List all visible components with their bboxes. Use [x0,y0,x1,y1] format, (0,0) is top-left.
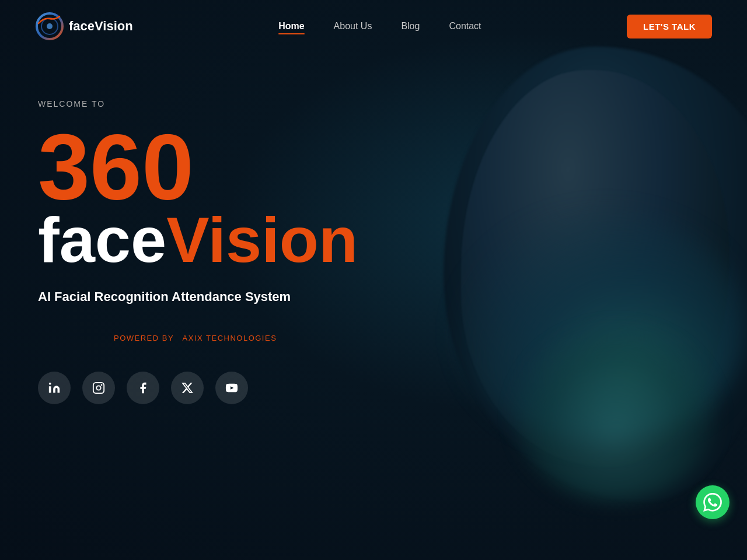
facebook-button[interactable] [127,372,159,404]
hero-subtitle: AI Facial Recognition Attendance System [38,289,747,304]
logo-text: faceVision [69,19,133,34]
svg-point-4 [49,383,51,385]
nav-item-about[interactable]: About Us [334,21,372,32]
powered-by-label: POWERED BY [114,334,174,342]
instagram-icon [92,382,105,394]
social-icons [38,372,747,404]
twitter-x-icon [181,382,194,394]
nav-links: Home About Us Blog Contact [278,21,481,32]
linkedin-icon [48,382,61,394]
hero-brand-name: faceVision [38,208,747,272]
svg-rect-5 [93,383,104,393]
hero-number: 360 [38,120,747,214]
whatsapp-icon [703,493,722,512]
hero-section: WELCOME TO 360 faceVision AI Facial Reco… [0,52,747,404]
powered-by-brand: AXIX TECHNOLOGIES [183,334,277,342]
twitter-button[interactable] [171,372,204,404]
instagram-button[interactable] [82,372,115,404]
logo[interactable]: faceVision [35,12,133,41]
navbar: faceVision Home About Us Blog Contact LE… [0,0,747,52]
facebook-icon [137,382,149,394]
nav-link-about[interactable]: About Us [334,21,372,31]
brand-face: face [38,204,166,275]
svg-point-6 [96,386,100,390]
svg-rect-3 [49,386,51,393]
youtube-button[interactable] [215,372,248,404]
nav-item-blog[interactable]: Blog [401,21,420,32]
svg-point-2 [47,23,53,29]
whatsapp-button[interactable] [696,485,729,519]
youtube-icon [225,382,238,394]
nav-link-home[interactable]: Home [278,21,304,31]
nav-item-home[interactable]: Home [278,21,304,32]
svg-point-7 [101,384,103,386]
powered-by: POWERED BY AXIX TECHNOLOGIES [38,334,747,342]
brand-vision: Vision [166,204,358,275]
linkedin-button[interactable] [38,372,71,404]
lets-talk-button[interactable]: LET'S TALK [627,15,712,38]
nav-link-contact[interactable]: Contact [449,21,481,31]
logo-icon [35,12,64,41]
nav-link-blog[interactable]: Blog [401,21,420,31]
nav-item-contact[interactable]: Contact [449,21,481,32]
welcome-text: WELCOME TO [38,99,747,108]
